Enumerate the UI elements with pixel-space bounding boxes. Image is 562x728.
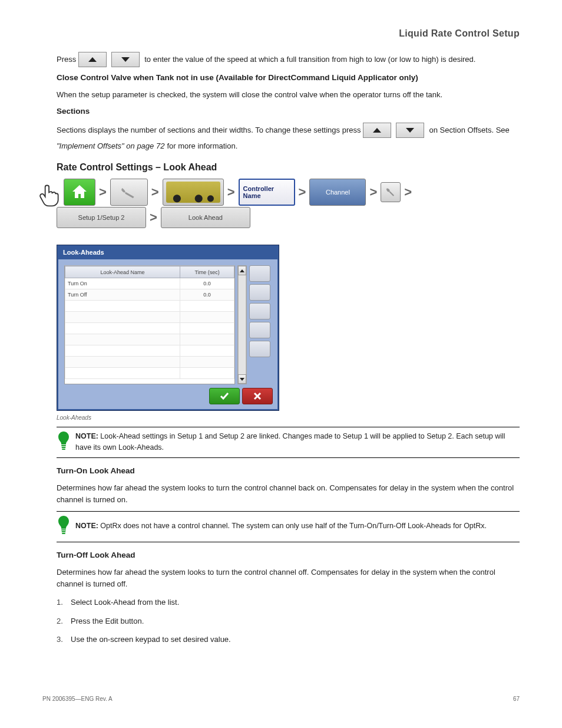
breadcrumb-lookahead[interactable]: Look Ahead	[161, 207, 250, 228]
dialog-side-buttons	[249, 265, 270, 384]
arrow-up-button[interactable]	[363, 123, 391, 138]
list-item: 1.Select Look-Ahead from the list.	[57, 597, 520, 608]
svg-rect-5	[62, 533, 65, 534]
col-header-time: Time (sec)	[180, 266, 234, 278]
dialog-figure: Look-Aheads Look-Ahead Name Time (sec)	[57, 245, 520, 421]
footer-pn: PN 2006395—ENG Rev. A	[42, 696, 113, 702]
col-header-name: Look-Ahead Name	[65, 266, 180, 278]
cell-name: Turn Off	[65, 289, 180, 301]
table-row[interactable]: Turn Off 0.0	[65, 289, 234, 301]
breadcrumb-row-2: Setup 1/Setup 2 > Look Ahead	[57, 207, 520, 228]
turnoff-body: Determines how far ahead the system look…	[57, 566, 520, 589]
svg-rect-1	[62, 447, 66, 448]
svg-rect-2	[62, 449, 65, 450]
tractor-icon	[166, 182, 220, 203]
arrow-down-icon	[121, 57, 130, 62]
note-block: NOTE: OptRx does not have a control chan…	[57, 512, 520, 542]
speed-entry-paragraph: Press to enter the value of the speed at…	[57, 52, 520, 67]
breadcrumb-wrench-small[interactable]	[381, 182, 401, 202]
arrow-down-icon	[406, 128, 414, 133]
svg-rect-4	[62, 531, 66, 532]
check-icon	[220, 391, 229, 401]
chevron-right-icon: >	[150, 185, 160, 200]
side-button[interactable]	[249, 303, 270, 319]
ok-button[interactable]	[209, 388, 240, 404]
scroll-track[interactable]	[238, 275, 246, 374]
side-button[interactable]	[249, 265, 270, 282]
cctv-body: When the setup parameter is checked, the…	[57, 89, 520, 101]
table-row	[65, 312, 234, 323]
arrow-up-icon	[240, 269, 244, 272]
wrench-icon	[119, 186, 139, 199]
text: on Section Offsets. See	[429, 124, 509, 136]
table-row	[65, 357, 234, 368]
table-scrollbar[interactable]	[237, 265, 247, 384]
breadcrumb-setup[interactable]: Setup 1/Setup 2	[57, 207, 146, 228]
cross-ref-link: "Implement Offsets" on page 72	[57, 140, 164, 152]
cctv-heading: Close Control Valve when Tank not in use…	[57, 73, 520, 82]
side-button[interactable]	[249, 322, 270, 338]
lightbulb-icon	[57, 515, 71, 537]
cell-time: 0.0	[180, 289, 234, 301]
breadcrumb-home[interactable]	[64, 179, 95, 206]
scroll-down-button[interactable]	[238, 374, 246, 384]
svg-rect-0	[61, 445, 66, 446]
turnon-body: Determines how far ahead the system look…	[57, 482, 520, 505]
chevron-right-icon: >	[297, 185, 308, 200]
breadcrumb-controller[interactable]: Controller Name	[239, 179, 295, 206]
breadcrumb-channel[interactable]: Channel	[309, 179, 366, 206]
arrow-down-button[interactable]	[396, 123, 424, 138]
note-text: NOTE: OptRx does not have a control chan…	[75, 521, 487, 531]
arrow-up-icon	[373, 128, 381, 133]
list-item: 2.Press the Edit button.	[57, 615, 520, 627]
page-header: Liquid Rate Control Setup	[57, 28, 520, 39]
arrow-down-button[interactable]	[111, 52, 140, 67]
step-text: Select Look-Ahead from the list.	[71, 597, 179, 608]
tap-hand-icon	[57, 179, 61, 206]
step-number: 1.	[57, 597, 65, 608]
dialog-title: Look-Aheads	[58, 246, 277, 259]
steps-list: 1.Select Look-Ahead from the list. 2.Pre…	[57, 597, 520, 645]
step-number: 3.	[57, 634, 65, 645]
lightbulb-icon	[57, 431, 71, 453]
step-number: 2.	[57, 615, 65, 627]
breadcrumb-settings[interactable]	[110, 179, 148, 206]
text: Look-Ahead settings in Setup 1 and Setup…	[75, 432, 505, 451]
breadcrumb-implement[interactable]	[163, 179, 224, 206]
breadcrumb-row-1: > > > Controller Name > Channel > >	[57, 179, 520, 206]
table-row	[65, 368, 234, 379]
text: Sections displays the number of sections…	[57, 124, 361, 136]
list-item: 3.Use the on-screen keypad to set desire…	[57, 634, 520, 645]
text: OptRx does not have a control channel. T…	[98, 522, 487, 530]
sections-paragraph: Sections displays the number of sections…	[57, 123, 520, 152]
hr	[57, 457, 520, 458]
table-row[interactable]: Turn On 0.0	[65, 278, 234, 289]
side-button[interactable]	[249, 284, 270, 301]
table-row	[65, 323, 234, 334]
wrench-icon	[385, 187, 396, 197]
chevron-right-icon: >	[226, 185, 236, 200]
text: Press	[57, 54, 76, 65]
cancel-button[interactable]	[242, 388, 273, 404]
chevron-right-icon: >	[98, 185, 108, 200]
note-block: NOTE: Look-Ahead settings in Setup 1 and…	[57, 427, 520, 457]
side-button[interactable]	[249, 341, 270, 357]
arrow-up-icon	[88, 57, 97, 62]
note-text: NOTE: Look-Ahead settings in Setup 1 and…	[75, 431, 520, 452]
table-row	[65, 301, 234, 312]
chevron-right-icon: >	[148, 210, 158, 225]
rate-look-heading: Rate Control Settings – Look Ahead	[57, 162, 520, 173]
scroll-up-button[interactable]	[238, 266, 246, 275]
turnoff-heading: Turn-Off Look Ahead	[57, 551, 520, 559]
step-text: Use the on-screen keypad to set desired …	[71, 634, 231, 645]
home-icon	[70, 183, 89, 202]
footer-page: 67	[513, 696, 520, 702]
arrow-up-button[interactable]	[78, 52, 107, 67]
cell-time: 0.0	[180, 278, 234, 289]
lookahead-table: Look-Ahead Name Time (sec) Turn On 0.0 T…	[64, 265, 235, 384]
step-text: Press the Edit button.	[71, 615, 144, 627]
chevron-right-icon: >	[403, 185, 413, 200]
page-footer: PN 2006395—ENG Rev. A 67	[42, 696, 520, 702]
note-label: NOTE:	[75, 432, 98, 440]
svg-rect-3	[61, 529, 66, 531]
